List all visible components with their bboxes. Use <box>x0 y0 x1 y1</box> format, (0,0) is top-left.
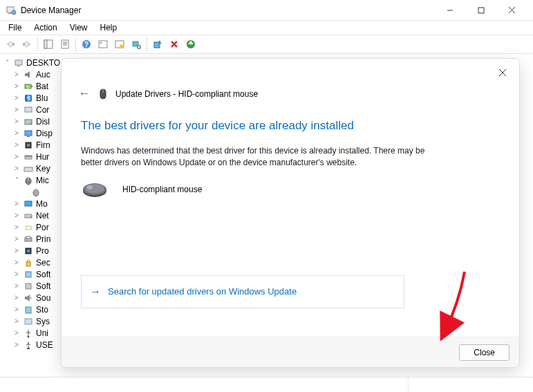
svg-rect-11 <box>62 40 68 48</box>
close-window-button[interactable] <box>496 0 527 21</box>
chevron-icon[interactable]: > <box>12 317 21 325</box>
chevron-icon[interactable]: > <box>12 141 21 149</box>
mouse-dev-icon <box>30 187 41 198</box>
svg-rect-31 <box>25 107 32 112</box>
svg-point-33 <box>30 122 31 124</box>
dialog-footer: Close <box>62 337 519 367</box>
svg-rect-45 <box>25 201 32 206</box>
svg-point-2 <box>12 10 16 15</box>
window-controls <box>434 0 527 21</box>
svg-rect-55 <box>26 283 31 289</box>
back-icon <box>3 37 18 52</box>
sound-icon <box>23 292 34 304</box>
menu-help[interactable]: Help <box>95 22 123 33</box>
svg-rect-27 <box>17 66 20 66</box>
bluetooth-icon <box>23 93 34 104</box>
menubar: File Action View Help <box>0 21 533 35</box>
mouse-large-icon <box>81 181 109 198</box>
device-name: HID-compliant mouse <box>122 185 202 194</box>
svg-rect-37 <box>27 144 30 147</box>
processor-icon <box>23 245 34 256</box>
chevron-icon[interactable]: > <box>12 341 21 348</box>
firmware-icon <box>23 140 34 151</box>
properties-icon[interactable] <box>57 37 73 52</box>
chevron-icon[interactable]: > <box>12 82 21 90</box>
svg-rect-24 <box>154 42 160 48</box>
printer-icon <box>23 234 34 245</box>
svg-point-47 <box>30 216 32 218</box>
dialog-description: Windows has determined that the best dri… <box>81 145 440 169</box>
minimize-button[interactable] <box>434 0 465 21</box>
svg-rect-4 <box>478 8 484 13</box>
update-driver-icon[interactable] <box>129 37 144 52</box>
chevron-down-icon[interactable]: ˅ <box>3 59 11 66</box>
usb-ctrl-icon <box>23 339 34 351</box>
disable-icon[interactable] <box>167 37 182 52</box>
chevron-icon[interactable]: > <box>12 153 21 160</box>
menu-action[interactable]: Action <box>28 22 62 33</box>
svg-rect-32 <box>25 120 32 124</box>
maximize-button[interactable] <box>465 0 496 21</box>
chevron-icon[interactable]: > <box>12 282 21 290</box>
computer-icon <box>23 104 34 115</box>
status-bar <box>0 377 533 392</box>
svg-rect-56 <box>26 307 31 313</box>
mouse-icon <box>97 88 109 100</box>
arrow-right-icon: → <box>90 286 101 298</box>
network-icon <box>23 210 34 221</box>
svg-point-67 <box>87 185 93 189</box>
back-arrow-icon[interactable]: ← <box>78 86 91 101</box>
usb-icon <box>23 328 34 339</box>
security-icon <box>23 257 34 268</box>
chevron-icon[interactable]: > <box>12 129 21 137</box>
chevron-icon[interactable]: > <box>12 270 21 278</box>
port-icon <box>23 222 34 233</box>
svg-rect-26 <box>15 60 22 65</box>
chevron-icon[interactable]: > <box>12 223 21 231</box>
svg-rect-8 <box>23 43 26 46</box>
windows-update-link[interactable]: → Search for updated drivers on Windows … <box>81 275 404 308</box>
scan-icon[interactable] <box>95 37 111 52</box>
svg-rect-52 <box>27 250 30 252</box>
dialog-close-x[interactable] <box>493 63 512 82</box>
svg-rect-7 <box>12 43 15 46</box>
system-icon <box>23 316 34 327</box>
uninstall-icon[interactable] <box>150 37 165 52</box>
help-icon[interactable]: ? <box>79 37 94 52</box>
battery-icon <box>23 81 34 92</box>
show-hidden-icon[interactable] <box>41 37 56 52</box>
chevron-icon[interactable]: > <box>12 259 21 266</box>
menu-file[interactable]: File <box>3 22 27 33</box>
storage-icon <box>23 304 34 315</box>
chevron-icon[interactable]: > <box>12 200 21 207</box>
svg-point-58 <box>28 335 30 337</box>
device-manager-icon <box>6 5 17 16</box>
chevron-icon[interactable]: > <box>12 294 21 301</box>
update-drivers-dialog: ← Update Drivers - HID-compliant mouse T… <box>61 58 520 368</box>
svg-rect-10 <box>44 40 47 48</box>
chevron-icon[interactable]: > <box>12 247 21 254</box>
svg-point-44 <box>33 189 39 196</box>
chevron-icon[interactable]: > <box>12 306 21 313</box>
chevron-icon[interactable]: > <box>12 329 21 337</box>
menu-view[interactable]: View <box>64 22 93 33</box>
svg-text:?: ? <box>84 41 88 48</box>
chevron-icon[interactable]: > <box>12 106 21 113</box>
dialog-header: ← Update Drivers - HID-compliant mouse <box>62 59 519 101</box>
chevron-icon[interactable]: > <box>12 235 21 243</box>
svg-rect-57 <box>25 319 32 324</box>
soft2-icon <box>23 281 34 292</box>
chevron-icon[interactable]: > <box>12 71 21 78</box>
chevron-icon[interactable]: > <box>12 165 21 172</box>
chevron-icon[interactable]: > <box>12 212 21 219</box>
svg-rect-53 <box>26 262 30 266</box>
svg-rect-35 <box>27 136 30 137</box>
toolbar: ? ! <box>0 35 533 54</box>
add-legacy-icon[interactable]: ! <box>112 37 127 52</box>
enable-icon[interactable] <box>183 37 198 52</box>
chevron-icon[interactable]: > <box>12 118 21 125</box>
chevron-icon[interactable]: ˅ <box>12 176 21 184</box>
close-button[interactable]: Close <box>459 344 509 361</box>
chevron-icon[interactable]: > <box>12 94 21 102</box>
svg-rect-54 <box>26 272 31 277</box>
